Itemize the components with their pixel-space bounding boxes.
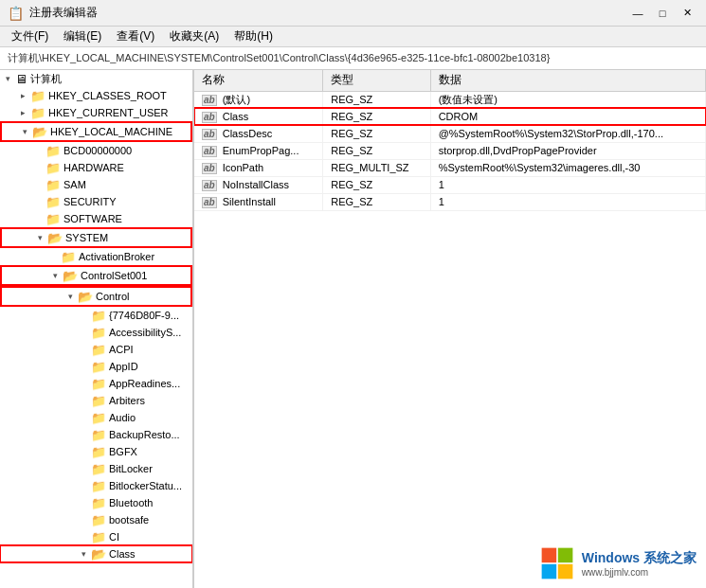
watermark-text: Windows 系统之家 <box>582 550 697 567</box>
expand-icon[interactable] <box>76 427 91 442</box>
expand-icon[interactable] <box>30 211 45 226</box>
folder-icon: 📁 <box>91 309 106 323</box>
tree-row[interactable]: 📁Arbiters <box>0 392 192 409</box>
table-row[interactable]: ab ClassDescREG_SZ@%SystemRoot%\System32… <box>194 125 706 142</box>
tree-row[interactable]: 📁CI <box>0 528 192 545</box>
tree-node-label: SECURITY <box>63 196 117 207</box>
expand-icon[interactable]: ▾ <box>32 230 47 245</box>
value-type: REG_SZ <box>323 193 430 210</box>
table-row[interactable]: ab IconPathREG_MULTI_SZ%SystemRoot%\Syst… <box>194 159 706 176</box>
tree-row[interactable]: 📁Bluetooth <box>0 494 192 511</box>
expand-icon[interactable] <box>30 143 45 158</box>
tree-row[interactable]: 📁SAM <box>0 176 192 193</box>
expand-icon[interactable] <box>76 529 91 544</box>
expand-icon[interactable]: ▾ <box>63 289 78 304</box>
tree-row[interactable]: 📁BGFX <box>0 443 192 460</box>
tree-row[interactable]: 📁ACPI <box>0 341 192 358</box>
tree-row[interactable]: 📁AccessibilityS... <box>0 324 192 341</box>
expand-icon[interactable] <box>30 194 45 209</box>
tree-row[interactable]: 📁BitlockerStatu... <box>0 477 192 494</box>
folder-icon: 📂 <box>63 269 78 283</box>
tree-row[interactable]: ▾📂HKEY_LOCAL_MACHINE <box>2 123 190 140</box>
tree-row[interactable]: 📁ActivationBroker <box>0 248 192 265</box>
folder-icon: 📁 <box>91 513 106 527</box>
tree-row[interactable]: 📁Audio <box>0 409 192 426</box>
tree-node-label: BGFX <box>109 446 137 457</box>
minimize-button[interactable]: — <box>626 4 649 23</box>
table-row[interactable]: ab EnumPropPag...REG_SZstorprop.dll,DvdP… <box>194 142 706 159</box>
expand-icon[interactable] <box>76 495 91 510</box>
tree-node-label: BitLocker <box>109 463 153 474</box>
expand-icon[interactable] <box>30 177 45 192</box>
expand-icon[interactable]: ▸ <box>15 88 30 103</box>
menu-item[interactable]: 查看(V) <box>109 27 162 46</box>
value-type: REG_SZ <box>323 176 430 193</box>
tree-row[interactable]: ▾🖥计算机 <box>0 70 192 87</box>
expand-icon[interactable] <box>30 160 45 175</box>
tree-row[interactable]: 📁BCD00000000 <box>0 142 192 159</box>
table-row[interactable]: ab SilentInstallREG_SZ1 <box>194 193 706 210</box>
expand-icon[interactable] <box>76 512 91 527</box>
tree-row[interactable]: ▸📁HKEY_CLASSES_ROOT <box>0 87 192 104</box>
tree-row[interactable]: 📁BitLocker <box>0 460 192 477</box>
tree-row[interactable]: 📁HARDWARE <box>0 159 192 176</box>
address-path: 计算机\HKEY_LOCAL_MACHINE\SYSTEM\ControlSet… <box>8 51 550 65</box>
expand-icon[interactable]: ▾ <box>47 268 63 283</box>
expand-icon[interactable] <box>76 342 91 357</box>
expand-icon[interactable] <box>76 325 91 340</box>
tree-row[interactable]: 📁AppID <box>0 358 192 375</box>
menu-item[interactable]: 文件(F) <box>4 27 56 46</box>
expand-icon[interactable] <box>76 444 91 459</box>
tree-row[interactable]: ▾📂Control <box>2 288 190 305</box>
expand-icon[interactable] <box>76 393 91 408</box>
table-row[interactable]: ab NoInstallClassREG_SZ1 <box>194 176 706 193</box>
values-body: ab (默认)REG_SZ(数值未设置)ab ClassREG_SZCDROMa… <box>194 91 706 210</box>
expand-icon[interactable]: ▾ <box>0 71 15 86</box>
expand-icon[interactable]: ▾ <box>17 124 32 139</box>
tree-row[interactable]: ▾📂Class <box>0 545 192 562</box>
tree-row[interactable]: 📁{7746D80F-9... <box>0 307 192 324</box>
menu-item[interactable]: 编辑(E) <box>56 27 109 46</box>
tree-row[interactable]: ▾📂ControlSet001 <box>2 267 190 284</box>
tree-row[interactable]: 📁AppReadines... <box>0 375 192 392</box>
menu-item[interactable]: 收藏夹(A) <box>162 27 226 46</box>
tree-row[interactable]: 📁BackupResto... <box>0 426 192 443</box>
expand-icon[interactable] <box>76 308 91 323</box>
tree-node-label: HKEY_LOCAL_MACHINE <box>50 126 172 137</box>
maximize-button[interactable]: □ <box>651 4 674 23</box>
folder-icon: 📁 <box>91 479 106 493</box>
tree-row[interactable]: 📁bootsafe <box>0 511 192 528</box>
values-pane[interactable]: 名称 类型 数据 ab (默认)REG_SZ(数值未设置)ab ClassREG… <box>194 70 706 588</box>
reg-sz-icon: ab <box>202 95 217 106</box>
expand-icon[interactable] <box>76 410 91 425</box>
main-content: ▾🖥计算机▸📁HKEY_CLASSES_ROOT▸📁HKEY_CURRENT_U… <box>0 70 706 588</box>
tree-row[interactable]: ▾📂SYSTEM <box>2 229 190 246</box>
tree-pane[interactable]: ▾🖥计算机▸📁HKEY_CLASSES_ROOT▸📁HKEY_CURRENT_U… <box>0 70 194 588</box>
value-name: ab Class <box>194 108 323 125</box>
table-row[interactable]: ab (默认)REG_SZ(数值未设置) <box>194 91 706 108</box>
expand-icon[interactable] <box>76 376 91 391</box>
tree-row[interactable]: 📁SOFTWARE <box>0 210 192 227</box>
menu-item[interactable]: 帮助(H) <box>226 27 281 46</box>
value-type: REG_SZ <box>323 91 430 108</box>
value-data: (数值未设置) <box>430 91 705 108</box>
expand-icon[interactable] <box>76 478 91 493</box>
tree-node-label: AccessibilityS... <box>109 327 181 338</box>
folder-icon: 🖥 <box>15 72 27 86</box>
table-header-row: 名称 类型 数据 <box>194 70 706 91</box>
tree-row[interactable]: ▸📁HKEY_CURRENT_USER <box>0 104 192 121</box>
watermark-url: www.bjjmlv.com <box>582 567 697 578</box>
col-name: 名称 <box>194 70 323 91</box>
expand-icon[interactable] <box>76 461 91 476</box>
expand-icon[interactable] <box>76 359 91 374</box>
tree-row[interactable]: 📁SECURITY <box>0 193 192 210</box>
expand-icon[interactable] <box>45 249 61 264</box>
tree-node-label: {7746D80F-9... <box>109 310 179 321</box>
folder-icon: 📁 <box>45 161 61 175</box>
expand-icon[interactable]: ▾ <box>76 546 91 561</box>
tree-node-label: BCD00000000 <box>63 145 132 156</box>
close-button[interactable]: ✕ <box>676 4 698 23</box>
folder-icon: 📂 <box>32 125 47 139</box>
expand-icon[interactable]: ▸ <box>15 105 30 120</box>
table-row[interactable]: ab ClassREG_SZCDROM <box>194 108 706 125</box>
